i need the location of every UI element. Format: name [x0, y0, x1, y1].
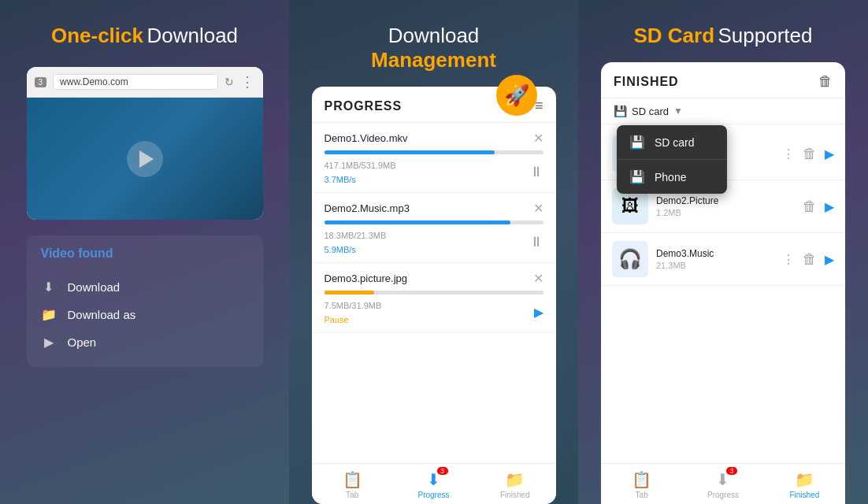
open-play-icon: ▶ — [41, 335, 57, 350]
panel1-title: One-click Download — [51, 24, 238, 48]
dl-info-3: 7.5MB/31.9MB Pause ▶ — [325, 298, 543, 326]
tab-finished-p3[interactable]: 📁 Finished — [764, 464, 845, 504]
open-action[interactable]: ▶ Open — [41, 328, 249, 356]
browser-mockup: 3 www.Demo.com ↻ ⋮ — [27, 67, 263, 220]
dl-pause-btn-1[interactable]: ⏸ — [529, 164, 543, 180]
download-items-list: Demo1.Video.mkv ✕ 417.1MB/531.9MB 3.7MB/… — [312, 123, 556, 463]
panel-sd-card: SD Card Supported FINISHED 🗑 💾 SD card ▼… — [578, 0, 868, 504]
finished-actions-1: ⋮ 🗑 ▶ — [782, 146, 834, 162]
finished-item-3: 🎧 Demo3.Music 21.3MB ⋮ 🗑 ▶ — [601, 233, 845, 286]
bottom-tabs-panel2: 📋 Tab ⬇ 3 Progress 📁 Finished — [312, 463, 556, 504]
finished-name-2: Demo2.Picture — [656, 195, 795, 206]
panel3-title: SD Card Supported — [633, 24, 812, 48]
panel2-title-orange: Management — [371, 48, 496, 72]
tab-progress-p2[interactable]: ⬇ 3 Progress — [393, 464, 474, 504]
tab-progress-p3[interactable]: ⬇ 3 Progress — [682, 464, 763, 504]
storage-selector[interactable]: 💾 SD card ▼ — [601, 98, 845, 124]
browser-tab-num: 3 — [35, 77, 47, 87]
dl-item-name-3: Demo3.picture.jpg — [325, 272, 408, 284]
dropdown-sdcard-label: SD card — [655, 136, 695, 149]
dropdown-phone-icon: 💾 — [629, 169, 645, 184]
finished-size-3: 21.3MB — [656, 261, 774, 270]
delete-icon-1[interactable]: 🗑 — [803, 146, 817, 162]
rocket-badge: 🚀 — [496, 75, 537, 116]
panel2-title-white: Download — [371, 24, 496, 48]
download-label: Download — [68, 280, 121, 294]
browser-reload-icon[interactable]: ↻ — [224, 76, 234, 88]
dl-size-2: 18.3MB/21.3MB — [325, 231, 387, 240]
play-icon-2[interactable]: ▶ — [825, 199, 834, 214]
dl-size-1: 417.1MB/531.9MB — [325, 161, 396, 170]
download-as-action[interactable]: 📁 Download as — [41, 301, 249, 328]
dl-item-name-1: Demo1.Video.mkv — [325, 132, 408, 144]
progress-bar-bg-1 — [325, 150, 543, 154]
tab-label-tab-p3: Tab — [636, 491, 648, 499]
dl-info-2: 18.3MB/21.3MB 5.9MB/s ⏸ — [325, 228, 543, 256]
tab-finished-p2[interactable]: 📁 Finished — [474, 464, 555, 504]
finished-actions-3: ⋮ 🗑 ▶ — [782, 251, 834, 268]
download-action[interactable]: ⬇ Download — [41, 273, 249, 301]
browser-menu-icon[interactable]: ⋮ — [240, 73, 255, 91]
dl-size-3: 7.5MB/31.9MB — [325, 301, 382, 310]
bottom-tabs-panel3: 📋 Tab ⬇ 3 Progress 📁 Finished — [601, 463, 845, 504]
dl-item-header-3: Demo3.picture.jpg ✕ — [325, 271, 543, 286]
dl-info-1: 417.1MB/531.9MB 3.7MB/s ⏸ — [325, 158, 543, 186]
dl-speed-2: 5.9MB/s — [325, 245, 356, 254]
finished-thumb-3: 🎧 — [612, 241, 648, 277]
dropdown-item-sdcard[interactable]: 💾 SD card — [617, 125, 727, 160]
tab-icon-tab-p3: 📋 — [632, 470, 651, 489]
more-options-icon-3[interactable]: ⋮ — [782, 252, 795, 267]
chevron-down-icon: ▼ — [673, 106, 683, 117]
finished-info-2: Demo2.Picture 1.2MB — [656, 195, 795, 217]
dl-item-header-1: Demo1.Video.mkv ✕ — [325, 131, 543, 146]
download-item-2: Demo2.Music.mp3 ✕ 18.3MB/21.3MB 5.9MB/s … — [312, 193, 556, 263]
video-overlay — [27, 98, 263, 220]
dl-item-header-2: Demo2.Music.mp3 ✕ — [325, 201, 543, 216]
delete-icon-2[interactable]: 🗑 — [803, 198, 817, 215]
tab-label-tab-p2: Tab — [346, 491, 358, 499]
progress-bar-bg-2 — [325, 220, 543, 224]
panel1-title-orange: One-click — [51, 24, 143, 47]
tab-label-finished-p2: Finished — [500, 491, 530, 499]
finished-info-3: Demo3.Music 21.3MB — [656, 248, 774, 270]
tab-label-progress-p2: Progress — [417, 491, 449, 499]
dl-close-1[interactable]: ✕ — [533, 131, 543, 146]
video-found-label: Video found — [41, 246, 249, 261]
open-label: Open — [68, 335, 97, 349]
tab-tab-p2[interactable]: 📋 Tab — [312, 464, 393, 504]
dl-pause-btn-2[interactable]: ⏸ — [529, 234, 543, 250]
trash-icon[interactable]: 🗑 — [818, 73, 833, 90]
dl-play-btn-3[interactable]: ▶ — [534, 305, 543, 320]
dropdown-phone-label: Phone — [655, 171, 686, 183]
dropdown-item-phone[interactable]: 💾 Phone — [617, 160, 727, 194]
tab-tab-p3[interactable]: 📋 Tab — [601, 464, 682, 504]
more-options-icon-1[interactable]: ⋮ — [782, 146, 795, 161]
panel1-actions: Video found ⬇ Download 📁 Download as ▶ O… — [27, 235, 263, 367]
dl-item-name-2: Demo2.Music.mp3 — [325, 202, 410, 214]
dl-speed-1: 3.7MB/s — [325, 175, 356, 184]
progress-header-title: PROGRESS — [325, 99, 402, 113]
music-icon-3: 🎧 — [618, 248, 642, 270]
play-icon-1[interactable]: ▶ — [825, 146, 834, 161]
progress-bar-fill-1 — [325, 150, 495, 154]
phone-screen-progress: PROGRESS ≡ Demo1.Video.mkv ✕ 417.1MB/531… — [312, 87, 556, 504]
dl-close-3[interactable]: ✕ — [533, 271, 543, 286]
tab-icon-tab-p2: 📋 — [343, 470, 362, 489]
dl-pause-label: Pause — [325, 315, 349, 324]
tab-label-finished-p3: Finished — [789, 491, 819, 499]
download-as-label: Download as — [68, 308, 136, 321]
panel3-title-white: Supported — [718, 24, 813, 47]
browser-bar: 3 www.Demo.com ↻ ⋮ — [27, 67, 263, 98]
dl-stats-2: 18.3MB/21.3MB 5.9MB/s — [325, 228, 387, 256]
folder-icon: 📁 — [41, 307, 57, 322]
dropdown-sdcard-icon: 💾 — [629, 135, 645, 150]
browser-url: www.Demo.com — [53, 74, 217, 90]
play-icon-3[interactable]: ▶ — [825, 252, 834, 267]
tab-icon-finished-p2: 📁 — [505, 470, 525, 489]
tab-icon-finished-p3: 📁 — [795, 470, 814, 489]
finished-size-2: 1.2MB — [656, 208, 795, 217]
panel2-title: Download Management — [371, 24, 496, 72]
delete-icon-3[interactable]: 🗑 — [803, 251, 817, 268]
dl-close-2[interactable]: ✕ — [533, 201, 543, 216]
panel3-phone-screen: FINISHED 🗑 💾 SD card ▼ 💾 SD card 💾 Phone — [601, 62, 845, 504]
